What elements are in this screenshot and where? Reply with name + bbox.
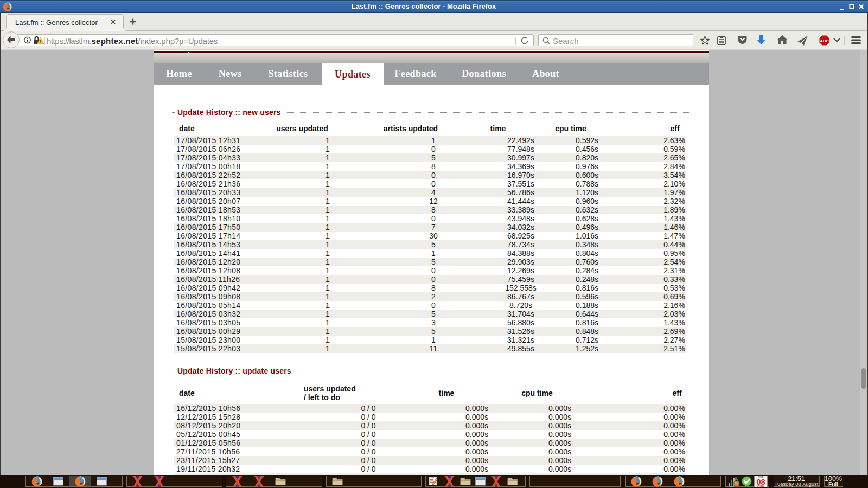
svg-text:Tuesday 08 August: Tuesday 08 August <box>775 481 819 487</box>
svg-text:Full: Full <box>828 481 838 487</box>
svg-text:AUG: AUG <box>757 484 765 487</box>
svg-text:ABP: ABP <box>820 38 829 43</box>
